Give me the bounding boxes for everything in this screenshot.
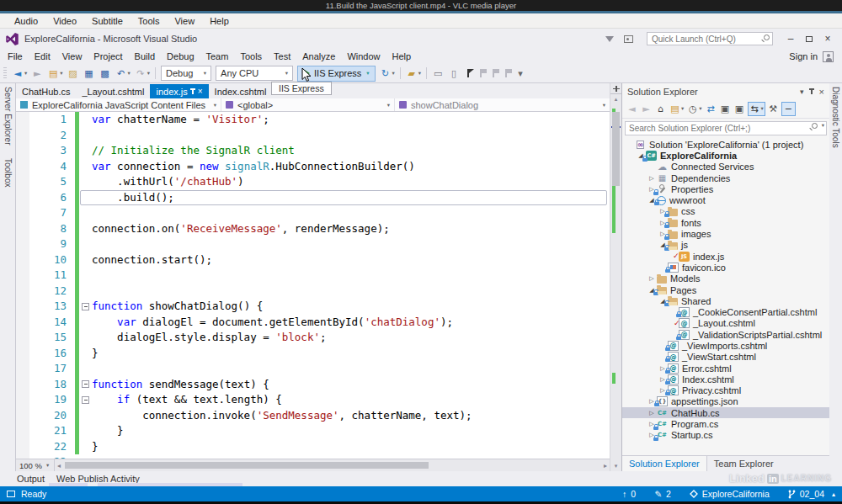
tree-expand-arrow-icon[interactable]: ▷ (647, 175, 656, 182)
open-file-icon[interactable]: ▨ (66, 67, 81, 80)
navigate-window-icon[interactable]: ▯ (446, 67, 461, 80)
side-tab-diagnostic-tools[interactable]: Diagnostic Tools (831, 87, 840, 148)
vlc-titlebar[interactable]: 11.Build the JavaScript client.mp4 - VLC… (0, 0, 842, 11)
pending-changes-filter-icon[interactable]: ◷▾ (686, 103, 702, 115)
solution-explorer-titlebar[interactable]: Solution Explorer ▾ × (622, 83, 829, 99)
code-line[interactable]: 10connection.start(); (16, 252, 610, 268)
tree-item-images[interactable]: ▷images (622, 228, 829, 239)
vs-menu-view[interactable]: View (56, 50, 88, 63)
navbar-project-dropdown[interactable]: ExploreCalifornia JavaScript Content Fil… (16, 98, 221, 111)
code-line[interactable]: 12 (16, 284, 610, 300)
pushes-count[interactable]: 0 (631, 489, 636, 499)
code-line[interactable]: 1var chatterName = 'Visitor'; (16, 112, 610, 128)
solution-search-input[interactable] (625, 121, 827, 135)
vertical-scrollbar[interactable]: ▴ ▾ (610, 83, 621, 471)
tree-item-startup-cs[interactable]: ▷Startup.cs (622, 430, 829, 441)
scroll-left-icon[interactable]: ◂ (55, 462, 63, 470)
tree-item-shared[interactable]: ◢Shared (622, 295, 829, 306)
tree-item-index-js[interactable]: ✓index.js (622, 251, 829, 262)
code-line[interactable]: 22} (16, 439, 610, 455)
nav-forward-icon[interactable]: ► (29, 67, 45, 80)
vs-menu-window[interactable]: Window (341, 50, 386, 63)
code-line[interactable]: 17 (16, 361, 610, 377)
scroll-down-icon[interactable]: ▾ (610, 463, 621, 470)
tree-item-error-cshtml[interactable]: ▷Error.cshtml (622, 363, 829, 374)
collapse-toggle-icon[interactable] (82, 380, 89, 388)
save-all-icon[interactable]: ▩ (98, 67, 113, 80)
tree-item-privacy-cshtml[interactable]: ▷Privacy.cshtml (622, 385, 829, 396)
editor-tab-index-js[interactable]: index.js× (150, 84, 208, 98)
bookmark-icon[interactable] (462, 68, 474, 78)
tree-item-css[interactable]: ▷css (622, 206, 829, 217)
side-tab-toolbox[interactable]: Toolbox (3, 158, 13, 187)
vs-menu-file[interactable]: File (2, 50, 29, 63)
split-editor-handle[interactable] (610, 83, 621, 94)
vs-menu-tools[interactable]: Tools (234, 50, 268, 63)
save-icon[interactable]: ▦ (82, 67, 97, 80)
new-window-icon[interactable]: ▭ (430, 67, 445, 80)
vs-menu-build[interactable]: Build (129, 50, 161, 63)
home-icon[interactable]: ⌂ (654, 103, 667, 115)
scroll-right-icon[interactable]: ▸ (601, 462, 610, 470)
restore-button[interactable] (800, 33, 818, 45)
tree-expand-arrow-icon[interactable]: ▷ (647, 410, 656, 416)
feedback-filter-icon[interactable] (605, 36, 614, 42)
close-icon[interactable]: × (819, 87, 824, 97)
new-file-icon[interactable]: ▤▾ (45, 67, 64, 80)
branch-name[interactable]: 02_04 (800, 489, 824, 499)
repo-name[interactable]: ExploreCalifornia (702, 489, 770, 499)
close-icon[interactable]: × (198, 87, 203, 96)
clear-bookmarks-icon[interactable] (500, 68, 512, 78)
tree-item-dependencies[interactable]: ▷Dependencies (622, 172, 829, 183)
debug-target-select[interactable]: Debug▾ (161, 66, 211, 81)
close-button[interactable]: × (818, 33, 837, 45)
next-bookmark-icon[interactable] (488, 68, 499, 78)
pending-edits-count[interactable]: 2 (666, 489, 671, 499)
pin-icon[interactable] (811, 88, 813, 94)
tree-item-layout-cshtml[interactable]: ✓_Layout.cshtml (622, 318, 829, 329)
code-line[interactable]: 3// Initialize the SignalR client (16, 143, 610, 159)
push-arrow-icon[interactable]: ↑ (622, 489, 626, 499)
vs-menu-team[interactable]: Team (200, 50, 235, 63)
vs-titlebar[interactable]: ExploreCalifornia - Microsoft Visual Stu… (0, 29, 842, 49)
collapse-toggle-icon[interactable] (82, 303, 89, 310)
code-line[interactable]: 2 (16, 128, 610, 144)
code-line[interactable]: 5 .withUrl('/chatHub') (16, 174, 610, 190)
tree-item-models[interactable]: ▷Models (622, 273, 829, 284)
tree-item-cookieconsentpartial-cshtml[interactable]: _CookieConsentPartial.cshtml (622, 306, 829, 317)
switch-views-icon[interactable]: ▤▾ (669, 103, 685, 115)
tree-item-connected-services[interactable]: Connected Services (622, 162, 829, 172)
code-line[interactable]: 7 (16, 205, 610, 221)
undo-icon[interactable]: ↶▾ (114, 67, 132, 80)
code-line[interactable]: 19 if (text && text.length) { (16, 392, 610, 408)
tree-item-properties[interactable]: ▷Properties (622, 183, 829, 194)
sync-icon[interactable]: ⇄ (705, 103, 717, 115)
code-line[interactable]: 8connection.on('ReceiveMessage', renderM… (16, 221, 610, 237)
refresh-icon[interactable]: ↻▾ (378, 67, 397, 80)
toolbar-overflow-icon[interactable]: ▾ (513, 67, 528, 80)
navbar-member-dropdown[interactable]: showChatDialog ▾ (395, 98, 610, 111)
vlc-menu-video[interactable]: Video (45, 15, 84, 27)
vs-menu-debug[interactable]: Debug (161, 50, 200, 63)
collapse-all-icon[interactable]: − (781, 102, 796, 116)
se-forward-icon[interactable]: ► (640, 103, 653, 115)
caret-up-icon[interactable]: ▴ (832, 491, 835, 498)
bottom-tab-output[interactable]: Output (17, 474, 45, 484)
tree-expand-arrow-icon[interactable]: ▷ (647, 275, 656, 282)
prev-bookmark-icon[interactable] (475, 68, 487, 78)
tree-item-chathub-cs[interactable]: ▷ChatHub.cs (622, 407, 829, 418)
avatar-icon[interactable] (823, 51, 834, 62)
code-line[interactable]: 18function sendMessage(text) { (16, 377, 610, 393)
sign-in-link[interactable]: Sign in (789, 51, 818, 61)
vs-menu-analyze[interactable]: Analyze (296, 50, 341, 63)
code-line[interactable]: 20 connection.invoke('SendMessage', chat… (16, 408, 610, 424)
tree-item-wwwroot[interactable]: ◢wwwroot (622, 194, 829, 205)
tree-item-fonts[interactable]: ▷fonts (622, 217, 829, 228)
collapse-view-icon[interactable]: ▣ (733, 103, 746, 115)
vs-menu-edit[interactable]: Edit (29, 50, 56, 63)
panel-tab-team-explorer[interactable]: Team Explorer (707, 456, 781, 471)
code-cleanup-icon[interactable]: ▰▾ (404, 67, 423, 80)
code-line[interactable]: 15 dialogEl.style.display = 'block'; (16, 330, 610, 346)
vs-menu-project[interactable]: Project (88, 50, 128, 63)
tree-item-program-cs[interactable]: ▷Program.cs (622, 418, 829, 429)
